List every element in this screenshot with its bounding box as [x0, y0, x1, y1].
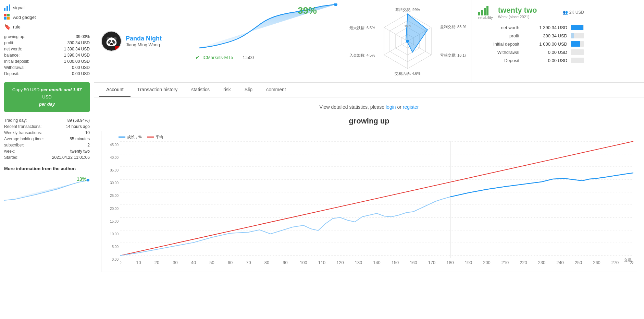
svg-text:180: 180 — [446, 260, 454, 265]
login-link[interactable]: login — [386, 104, 396, 110]
broker-info: ✔ ICMarkets-MT5 1:500 — [195, 54, 339, 61]
broker-name: ICMarkets-MT5 — [202, 55, 233, 60]
svg-text:70: 70 — [246, 260, 251, 265]
more-info-title: More information from the author: — [0, 163, 94, 173]
svg-text:150: 150 — [392, 260, 399, 265]
bar-chart-icon — [478, 5, 493, 15]
svg-rect-0 — [4, 8, 5, 11]
svg-text:100: 100 — [300, 260, 307, 265]
add-gadget-label: Add gadget — [13, 15, 36, 20]
twenty-two: twenty two — [498, 6, 537, 15]
svg-point-4 — [334, 3, 337, 6]
radar-area: 算法交易: 99% 盈利交易: 83.9% 亏损交易: 16.1% 交易活动: … — [344, 0, 471, 82]
svg-text:120: 120 — [336, 260, 344, 265]
stats-row: Initial deposit 1 000.00 USD — [478, 41, 584, 47]
svg-text:30: 30 — [173, 260, 177, 265]
profile-left: 🐼 Panda Night Jiang Ming Wang — [94, 0, 190, 82]
svg-text:80: 80 — [264, 260, 269, 265]
sidebar-stats2: Trading day:89 (58.94%)Recent transactio… — [0, 115, 94, 163]
stats-row: Withdrawal 0.00 USD — [478, 49, 584, 55]
register-link[interactable]: register — [403, 104, 419, 110]
flag-icon — [115, 46, 121, 51]
stat-row: Deposit:0.00 USD — [4, 71, 90, 77]
svg-text:60: 60 — [228, 260, 233, 265]
svg-text:250: 250 — [575, 260, 582, 265]
stats-row: net worth 1 390.34 USD — [478, 25, 584, 30]
tab-risk[interactable]: risk — [216, 83, 238, 97]
sidebar: signal Add gadget 🔖 rule growing up:39.0… — [0, 0, 94, 319]
chart-svg-container: 0 10 20 30 40 50 60 70 80 90 100 110 120… — [120, 141, 633, 268]
stat-row: net worth:1 390.34 USD — [4, 46, 90, 52]
svg-text:100+: 100+ — [404, 10, 411, 13]
tab-transaction-history[interactable]: Transaction history — [131, 83, 185, 97]
rule-icon: 🔖 — [4, 24, 10, 30]
grid-icon — [4, 14, 10, 20]
legend-item: 平均 — [147, 134, 163, 140]
profile-info: Panda Night Jiang Ming Wang — [126, 35, 162, 47]
svg-point-3 — [87, 179, 89, 181]
stat-row: Withdrawal:0.00 USD — [4, 64, 90, 71]
profile-chart-area: 39% ✔ ICMarkets-MT5 1:500 — [190, 0, 344, 82]
sidebar-stats: growing up:39.03%profit:390.34 USDnet wo… — [0, 32, 94, 79]
reliability-header: reliability twenty two Week (since 2021)… — [478, 5, 584, 20]
y-axis-label: 20.00 — [105, 207, 119, 211]
main-content: 🐼 Panda Night Jiang Ming Wang 39% — [94, 0, 644, 319]
svg-text:130: 130 — [355, 260, 362, 265]
y-axis: 45.0040.0035.0030.0025.0020.0015.0010.00… — [105, 141, 120, 268]
stats-grid: net worth 1 390.34 USD profit 390.34 USD… — [478, 25, 584, 63]
tab-statistics[interactable]: statistics — [184, 83, 216, 97]
tabs-bar: AccountTransaction historystatisticsrisk… — [94, 83, 644, 97]
login-notice: View detailed statistics, please login o… — [101, 104, 637, 110]
twenty-two-section: twenty two Week (since 2021) — [498, 6, 537, 19]
svg-text:20: 20 — [154, 260, 159, 265]
sidebar-item-add-gadget[interactable]: Add gadget — [0, 12, 94, 22]
tab-slip[interactable]: Slip — [238, 83, 259, 97]
tab-account[interactable]: Account — [99, 83, 131, 97]
svg-text:最大跌幅: 6.5%: 最大跌幅: 6.5% — [349, 26, 375, 30]
sidebar-item-signal[interactable]: signal — [0, 3, 94, 12]
svg-text:亏损交易: 16.1%: 亏损交易: 16.1% — [440, 53, 466, 57]
svg-text:260: 260 — [593, 260, 600, 265]
subscribers-section: 👥 2K USD — [563, 10, 584, 15]
svg-text:270: 270 — [611, 260, 619, 265]
stats-right: reliability twenty two Week (since 2021)… — [471, 0, 591, 82]
svg-point-16 — [406, 40, 409, 43]
content-area: View detailed statistics, please login o… — [94, 97, 644, 279]
stats-row: Deposit 0.00 USD — [478, 58, 584, 63]
y-axis-label: 10.00 — [105, 232, 119, 236]
rule-label: rule — [13, 24, 21, 29]
svg-text:90: 90 — [283, 260, 287, 265]
copy-box[interactable]: Copy 50 USD per month and 1.67USDper day — [4, 82, 90, 112]
y-axis-label: 25.00 — [105, 194, 119, 198]
svg-text:210: 210 — [501, 260, 509, 265]
stats-row: profit 390.34 USD — [478, 33, 584, 38]
svg-rect-2 — [9, 4, 10, 11]
reliability-section: reliability — [478, 5, 493, 20]
y-axis-label: 35.00 — [105, 168, 119, 172]
signal-icon — [4, 4, 10, 11]
sidebar-item-rule[interactable]: 🔖 rule — [0, 22, 94, 32]
svg-text:230: 230 — [538, 260, 545, 265]
svg-text:200: 200 — [483, 260, 490, 265]
legend-item: 成长，% — [119, 134, 142, 140]
svg-rect-1 — [7, 6, 8, 11]
svg-text:190: 190 — [465, 260, 472, 265]
svg-text:交易: 交易 — [624, 258, 632, 262]
stat-row: week:twenty two — [4, 148, 90, 154]
svg-text:0: 0 — [120, 260, 122, 265]
stat-row: Initial deposit:1 000.00 USD — [4, 58, 90, 64]
growing-up-title: growing up — [101, 117, 637, 126]
chart-legend: 成长，%平均 — [105, 134, 633, 140]
tab-comment[interactable]: comment — [259, 83, 293, 97]
subscribers-count: 2K USD — [569, 10, 584, 15]
y-axis-label: 45.00 — [105, 143, 119, 147]
svg-text:50%: 50% — [405, 24, 411, 27]
y-axis-label: 0.00 — [105, 258, 119, 261]
y-axis-label: 5.00 — [105, 245, 119, 249]
svg-text:40: 40 — [191, 260, 196, 265]
stat-row: Started:2021.04.22 11:01:06 — [4, 154, 90, 161]
stat-row: Trading day:89 (58.94%) — [4, 117, 90, 123]
stat-row: Recent transactions:14 hours ago — [4, 123, 90, 130]
reliability-label: reliability — [478, 15, 493, 20]
profile-name: Panda Night — [126, 35, 162, 42]
